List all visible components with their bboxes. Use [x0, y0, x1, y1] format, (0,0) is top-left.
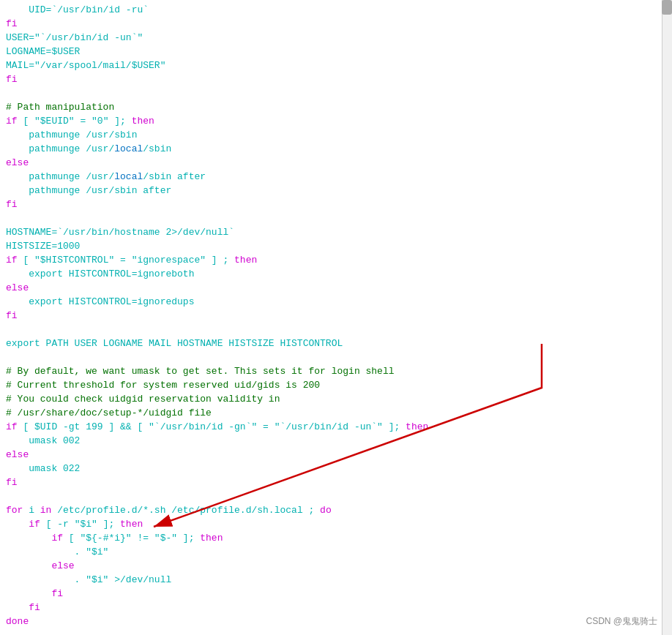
code-token: if: [6, 116, 18, 127]
code-token: MAIL="/var/spool/mail/$USER": [6, 60, 165, 71]
code-token: # Path manipulation: [6, 102, 114, 113]
code-line: fi: [6, 72, 659, 86]
code-token: [ "$EUID" = "0" ];: [18, 116, 132, 127]
scrollbar-thumb[interactable]: [662, 0, 672, 15]
code-line: pathmunge /usr/sbin: [6, 128, 659, 142]
code-token: umask 022: [6, 463, 80, 474]
code-token: in: [40, 505, 52, 516]
code-line: [6, 628, 659, 635]
code-line: # Path manipulation: [6, 100, 659, 114]
code-editor: UID=`/usr/bin/id -ru` fi USER="`/usr/bin…: [0, 0, 659, 635]
code-token: . "$i": [6, 546, 108, 557]
code-line: LOGNAME=$USER: [6, 45, 659, 59]
code-line: [6, 323, 659, 337]
watermark: CSDN @鬼鬼骑士: [586, 615, 657, 628]
code-line: else: [6, 281, 659, 295]
code-line: fi: [6, 601, 659, 615]
code-line: if [ $UID -gt 199 ] && [ "`/usr/bin/id -…: [6, 420, 659, 434]
code-token: do: [320, 505, 332, 516]
code-line: if [ "$HISTCONTROL" = "ignorespace" ] ; …: [6, 253, 659, 267]
code-token: /sbin after: [143, 171, 206, 182]
code-token: pathmunge /usr/: [6, 143, 114, 154]
code-line: MAIL="/var/spool/mail/$USER": [6, 59, 659, 72]
code-line: else: [6, 559, 659, 573]
code-token: [ "$HISTCONTROL" = "ignorespace" ] ;: [18, 255, 234, 266]
code-line: [6, 350, 659, 364]
code-line: UID=`/usr/bin/id -ru`: [6, 3, 659, 17]
code-token: # You could check uidgid reservation val…: [6, 394, 280, 405]
code-line: if [ -r "$i" ]; then: [6, 517, 659, 531]
code-token: pathmunge /usr/sbin: [6, 129, 137, 140]
code-token: [ "${-#*i}" != "$-" ];: [63, 533, 200, 544]
code-line: if [ "${-#*i}" != "$-" ]; then: [6, 531, 659, 545]
code-token: if: [51, 533, 63, 544]
code-token: then: [234, 255, 257, 266]
code-token: /etc/profile.d/*.sh /etc/profile.d/sh.lo…: [51, 505, 320, 516]
code-line: [6, 211, 659, 225]
code-line: . "$i" >/dev/null: [6, 573, 659, 587]
code-token: # /usr/share/doc/setup-*/uidgid file: [6, 407, 212, 418]
code-token: done: [6, 616, 29, 627]
code-line: export PATH USER LOGNAME MAIL HOSTNAME H…: [6, 337, 659, 350]
scrollbar[interactable]: [662, 0, 672, 635]
code-line: umask 002: [6, 434, 659, 448]
code-line: USER="`/usr/bin/id -un`": [6, 31, 659, 45]
code-token: HOSTNAME=`/usr/bin/hostname 2>/dev/null`: [6, 227, 234, 238]
code-token: [6, 588, 51, 599]
code-line: fi: [6, 587, 659, 601]
code-line: # By default, we want umask to get set. …: [6, 364, 659, 378]
code-token: [6, 560, 51, 571]
code-token: # Current threshold for system reserved …: [6, 380, 320, 391]
code-token: fi: [6, 18, 18, 29]
code-line: [6, 86, 659, 100]
code-token: local: [114, 171, 143, 182]
code-token: /sbin: [143, 143, 171, 154]
code-token: [6, 519, 29, 530]
code-token: fi: [51, 588, 63, 599]
code-token: pathmunge /usr/sbin after: [6, 185, 171, 196]
code-token: else: [6, 282, 29, 293]
code-token: then: [120, 519, 143, 530]
code-token: pathmunge /usr/: [6, 171, 114, 182]
code-line: fi: [6, 309, 659, 323]
code-token: if: [6, 421, 18, 432]
code-line: HISTSIZE=1000: [6, 239, 659, 253]
code-token: [6, 602, 29, 613]
code-line: fi: [6, 476, 659, 489]
code-token: export HISTCONTROL=ignoreboth: [6, 268, 194, 279]
code-line: # /usr/share/doc/setup-*/uidgid file: [6, 406, 659, 420]
code-token: fi: [6, 74, 18, 85]
code-line: [6, 489, 659, 503]
code-token: else: [6, 157, 29, 168]
code-token: if: [6, 255, 18, 266]
code-line: HOSTNAME=`/usr/bin/hostname 2>/dev/null`: [6, 225, 659, 239]
code-token: fi: [29, 602, 40, 613]
code-token: for: [6, 505, 23, 516]
code-line: done: [6, 615, 659, 628]
code-token: else: [6, 449, 29, 460]
code-token: then: [200, 533, 223, 544]
code-token: fi: [6, 199, 18, 210]
code-line: pathmunge /usr/sbin after: [6, 184, 659, 198]
code-token: fi: [6, 310, 18, 321]
code-line: fi: [6, 17, 659, 31]
code-token: [ $UID -gt 199 ] && [ "`/usr/bin/id -gn`…: [18, 421, 406, 432]
code-line: else: [6, 156, 659, 170]
code-token: local: [114, 143, 143, 154]
code-line: . "$i": [6, 545, 659, 559]
code-token: i: [23, 505, 40, 516]
code-token: . "$i" >/dev/null: [6, 574, 171, 585]
code-line: umask 022: [6, 462, 659, 476]
code-line: export HISTCONTROL=ignoreboth: [6, 267, 659, 281]
code-line: # You could check uidgid reservation val…: [6, 392, 659, 406]
code-token: then: [406, 421, 428, 432]
code-token: fi: [6, 477, 18, 488]
code-token: export PATH USER LOGNAME MAIL HOSTNAME H…: [6, 338, 343, 349]
code-token: HISTSIZE=1000: [6, 241, 80, 252]
code-token: else: [51, 560, 74, 571]
code-token: LOGNAME=$USER: [6, 46, 80, 57]
code-token: export HISTCONTROL=ignoredups: [6, 296, 194, 307]
code-token: UID=`/usr/bin/id -ru`: [6, 4, 149, 15]
code-line: fi: [6, 198, 659, 211]
code-line: pathmunge /usr/local/sbin: [6, 142, 659, 156]
